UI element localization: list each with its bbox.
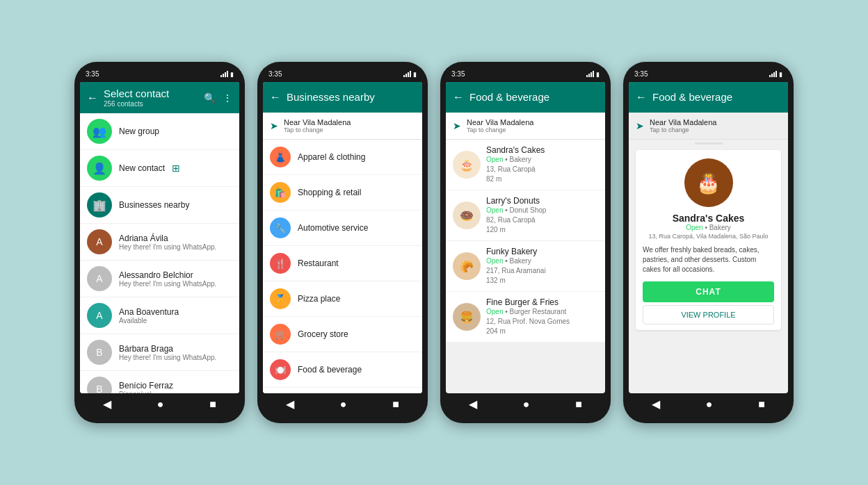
back-button-1[interactable]: ← bbox=[87, 92, 98, 104]
chat-button[interactable]: CHAT bbox=[643, 281, 774, 302]
adriana-name: Adriana Ávila bbox=[119, 233, 216, 243]
more-options-icon-1[interactable]: ⋮ bbox=[223, 92, 232, 104]
barbara-status: Hey there! I'm using WhatsApp. bbox=[119, 354, 216, 361]
new-group-item[interactable]: 👥 New group bbox=[80, 113, 239, 150]
location-item-3[interactable]: ➤ Near Vila Madalena Tap to change bbox=[446, 113, 605, 140]
location-text-2: Near Vila Madalena Tap to change bbox=[284, 118, 351, 133]
food-bev-label: Food & beverage bbox=[298, 365, 362, 375]
barbara-avatar: B bbox=[87, 340, 112, 365]
business-list-container: 🎂 Sandra's Cakes Open • Bakery 13, Rua C… bbox=[446, 140, 605, 393]
ana-item[interactable]: A Ana Boaventura Available bbox=[80, 297, 239, 334]
phone-4: 3:35 ▮ ← Food & beverage ➤ Near Vila Mad… bbox=[623, 62, 794, 423]
grocery-label: Grocery store bbox=[298, 329, 348, 339]
location-item-2[interactable]: ➤ Near Vila Madalena Tap to change bbox=[263, 113, 422, 140]
battery-icon: ▮ bbox=[230, 71, 234, 78]
ana-text: Ana Boaventura Available bbox=[119, 307, 179, 324]
funky-type: Bakery bbox=[510, 257, 531, 265]
title-area-2: Businesses nearby bbox=[287, 91, 415, 104]
back-nav-4[interactable]: ◀ bbox=[652, 397, 660, 411]
fine-burger-address: 12, Rua Prof. Nova Gomes bbox=[486, 317, 570, 327]
sandras-type: Bakery bbox=[510, 156, 531, 163]
fine-burger-avatar: 🍔 bbox=[453, 303, 481, 331]
fine-burger-info: Fine Burger & Fries Open • Burger Restau… bbox=[486, 297, 570, 336]
back-nav-2[interactable]: ◀ bbox=[286, 397, 294, 411]
funky-address: 217, Rua Aramanai bbox=[486, 266, 546, 276]
business-funky-bakery[interactable]: 🥐 Funky Bakery Open • Bakery 217, Rua Ar… bbox=[446, 241, 605, 292]
apparel-label: Apparel & clothing bbox=[298, 152, 365, 162]
back-nav-1[interactable]: ◀ bbox=[103, 397, 111, 411]
location-text-3: Near Vila Madalena Tap to change bbox=[467, 118, 533, 133]
signal-indicators-2: ▮ bbox=[403, 71, 417, 78]
alessandro-avatar: A bbox=[87, 266, 112, 291]
shopping-icon: 🛍️ bbox=[270, 182, 291, 203]
back-button-3[interactable]: ← bbox=[453, 91, 464, 104]
home-nav-3[interactable]: ● bbox=[523, 398, 530, 411]
benicio-avatar: B bbox=[87, 377, 112, 393]
back-button-2[interactable]: ← bbox=[270, 91, 281, 104]
recents-nav-3[interactable]: ■ bbox=[575, 398, 582, 411]
benicio-item[interactable]: B Benício Ferraz Disponível bbox=[80, 371, 239, 393]
alessandro-status: Hey there! I'm using WhatsApp. bbox=[119, 280, 216, 288]
location-icon-3: ➤ bbox=[453, 120, 461, 131]
home-nav-2[interactable]: ● bbox=[340, 398, 347, 411]
alessandro-text: Alessandro Belchior Hey there! I'm using… bbox=[119, 270, 216, 288]
adriana-item[interactable]: A Adriana Ávila Hey there! I'm using Wha… bbox=[80, 224, 239, 261]
time-2: 3:35 bbox=[268, 70, 282, 78]
category-automotive[interactable]: 🔧 Automotive service bbox=[263, 211, 422, 246]
new-contact-item[interactable]: 👤 New contact ⊞ bbox=[80, 150, 239, 187]
fine-burger-type: Burger Restaurant bbox=[510, 308, 567, 315]
back-nav-3[interactable]: ◀ bbox=[469, 397, 477, 411]
home-nav-1[interactable]: ● bbox=[157, 398, 164, 411]
header-bar-2: ← Businesses nearby bbox=[263, 82, 422, 113]
alessandro-item[interactable]: A Alessandro Belchior Hey there! I'm usi… bbox=[80, 261, 239, 297]
status-bar-1: 3:35 ▮ bbox=[80, 70, 239, 82]
barbara-text: Bárbara Braga Hey there! I'm using Whats… bbox=[119, 344, 216, 361]
category-apparel[interactable]: 👗 Apparel & clothing bbox=[263, 140, 422, 175]
larrys-info: Larry's Donuts Open • Donut Shop 82, Rua… bbox=[486, 196, 546, 235]
larrys-detail: Open • Donut Shop bbox=[486, 206, 546, 215]
search-icon-1[interactable]: 🔍 bbox=[204, 92, 216, 104]
status-bar-2: 3:35 ▮ bbox=[263, 70, 422, 82]
business-sandras-cakes[interactable]: 🎂 Sandra's Cakes Open • Bakery 13, Rua C… bbox=[446, 140, 605, 190]
category-pizza[interactable]: 🏅 Pizza place bbox=[263, 281, 422, 317]
sandras-cakes-info: Sandra's Cakes Open • Bakery 13, Rua Car… bbox=[486, 145, 545, 184]
battery-icon-4: ▮ bbox=[779, 71, 782, 78]
businesses-text: Businesses nearby bbox=[119, 200, 189, 210]
status-bar-4: 3:35 ▮ bbox=[629, 70, 788, 82]
apparel-icon: 👗 bbox=[270, 147, 291, 167]
sandras-cakes-avatar: 🎂 bbox=[453, 151, 481, 179]
recents-nav-4[interactable]: ■ bbox=[758, 398, 765, 411]
pizza-label: Pizza place bbox=[298, 294, 340, 304]
back-button-4[interactable]: ← bbox=[636, 91, 647, 104]
profile-type-label: Bakery bbox=[709, 224, 731, 231]
sandras-cakes-name: Sandra's Cakes bbox=[486, 145, 545, 155]
category-food-bev[interactable]: 🍽️ Food & beverage bbox=[263, 352, 422, 388]
business-larrys-donuts[interactable]: 🍩 Larry's Donuts Open • Donut Shop 82, R… bbox=[446, 190, 605, 241]
grocery-icon: 🛒 bbox=[270, 324, 291, 345]
restaurant-label: Restaurant bbox=[298, 258, 339, 268]
restaurant-icon: 🍴 bbox=[270, 253, 291, 274]
benicio-text: Benício Ferraz Disponível bbox=[119, 381, 173, 394]
view-profile-button[interactable]: VIEW PROFILE bbox=[643, 305, 774, 324]
category-restaurant[interactable]: 🍴 Restaurant bbox=[263, 246, 422, 281]
businesses-nearby-item[interactable]: 🏢 Businesses nearby bbox=[80, 187, 239, 224]
time-3: 3:35 bbox=[451, 70, 465, 78]
category-grocery[interactable]: 🛒 Grocery store bbox=[263, 317, 422, 352]
screen-title-2: Businesses nearby bbox=[287, 91, 415, 104]
category-shopping[interactable]: 🛍️ Shopping & retail bbox=[263, 175, 422, 211]
signal-strength-icon-2 bbox=[403, 72, 411, 77]
phone-2: 3:35 ▮ ← Businesses nearby ➤ Near Vila M… bbox=[257, 62, 428, 423]
business-fine-burger[interactable]: 🍔 Fine Burger & Fries Open • Burger Rest… bbox=[446, 292, 605, 343]
category-education[interactable]: 🎓 Education bbox=[263, 388, 422, 393]
location-sub-3: Tap to change bbox=[467, 126, 533, 133]
location-icon-4: ➤ bbox=[636, 120, 644, 131]
recents-nav-1[interactable]: ■ bbox=[209, 398, 216, 411]
home-nav-4[interactable]: ● bbox=[706, 398, 713, 411]
location-item-4[interactable]: ➤ Near Vila Madalena Tap to change bbox=[629, 113, 788, 140]
barbara-item[interactable]: B Bárbara Braga Hey there! I'm using Wha… bbox=[80, 334, 239, 371]
bottom-nav-3: ◀ ● ■ bbox=[446, 393, 605, 415]
recents-nav-2[interactable]: ■ bbox=[392, 398, 399, 411]
ana-avatar: A bbox=[87, 303, 112, 328]
profile-address: 13, Rua Caropá, Vila Madalena, São Paulo bbox=[649, 233, 769, 240]
profile-image: 🎂 bbox=[684, 158, 733, 207]
